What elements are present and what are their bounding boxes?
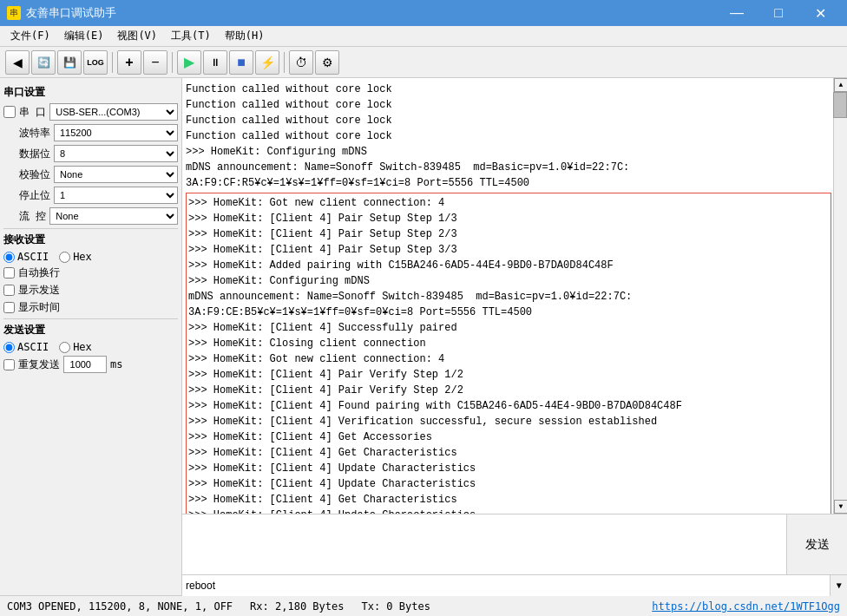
auto-newline-row: 自动换行	[3, 265, 178, 280]
console-line: >>> HomeKit: Added pairing with C15BA246…	[188, 258, 829, 273]
status-link[interactable]: https://blog.csdn.net/1WTF1Ogg	[652, 600, 840, 613]
console-line: >>> HomeKit: [Client 4] Pair Verify Step…	[188, 383, 829, 398]
receive-ascii-radio[interactable]	[3, 252, 15, 263]
menu-edit[interactable]: 编辑(E)	[57, 27, 111, 45]
menu-file[interactable]: 文件(F)	[3, 27, 57, 45]
right-panel: Function called without core lock Functi…	[182, 78, 847, 595]
port-select[interactable]: USB-SER...(COM3)	[49, 103, 178, 121]
toolbar-sep-2	[172, 52, 173, 73]
toolbar-back-btn[interactable]: ◀	[5, 50, 30, 75]
console-line: >>> HomeKit: Got new client connection: …	[188, 195, 829, 211]
show-send-row: 显示发送	[3, 283, 178, 298]
status-tx: Tx: 0 Bytes	[361, 600, 430, 613]
status-rx: Rx: 2,180 Bytes	[250, 600, 344, 613]
console-line: >>> HomeKit: Configuring mDNS	[188, 273, 829, 289]
console-area[interactable]: Function called without core lock Functi…	[182, 78, 847, 514]
status-bar: COM3 OPENED, 115200, 8, NONE, 1, OFF Rx:…	[0, 595, 847, 616]
send-hex-radio[interactable]	[59, 342, 70, 353]
console-line: >>> HomeKit: [Client 4] Update Character…	[188, 508, 829, 514]
send-ascii-option[interactable]: ASCII	[3, 341, 49, 353]
receive-encoding-row: ASCII Hex	[3, 251, 178, 263]
port-checkbox[interactable]	[3, 106, 16, 118]
window-controls: — □ ✕	[717, 0, 840, 26]
toolbar-timer-btn[interactable]: ⏱	[289, 50, 313, 75]
menu-bar: 文件(F) 编辑(E) 视图(V) 工具(T) 帮助(H)	[0, 26, 847, 47]
toolbar-play-btn[interactable]: ▶	[177, 50, 201, 75]
console-line: >>> HomeKit: [Client 4] Pair Setup Step …	[188, 226, 829, 242]
port-settings-title: 串口设置	[3, 85, 178, 100]
send-hex-option[interactable]: Hex	[59, 341, 92, 353]
receive-hex-option[interactable]: Hex	[59, 251, 92, 263]
toolbar-save-btn[interactable]: 💾	[57, 50, 82, 75]
ms-label: ms	[110, 358, 122, 370]
console-line: Function called without core lock	[186, 113, 831, 128]
repeat-label: 重复发送	[18, 357, 60, 372]
toolbar-pause-btn[interactable]: ⏸	[203, 50, 227, 75]
parity-select[interactable]: None	[54, 166, 178, 183]
app-title: 友善串口调试助手	[26, 5, 717, 21]
console-line: mDNS announcement: Name=Sonoff Switch-83…	[186, 160, 831, 175]
auto-newline-checkbox[interactable]	[3, 267, 15, 279]
show-time-checkbox[interactable]	[3, 302, 15, 313]
stopbits-row: 停止位 1	[3, 187, 178, 204]
show-time-row: 显示时间	[3, 300, 178, 315]
toolbar-settings-btn[interactable]: ⚙	[315, 50, 339, 75]
toolbar-stop-btn[interactable]: ■	[229, 50, 253, 75]
left-panel: 串口设置 串 口 USB-SER...(COM3) 波特率 115200 数据位…	[0, 78, 182, 595]
history-dropdown-arrow[interactable]: ▼	[830, 575, 847, 596]
baud-select[interactable]: 115200	[54, 124, 178, 141]
receive-hex-radio[interactable]	[59, 252, 70, 263]
toolbar-log-btn[interactable]: LOG	[83, 50, 108, 75]
divider-2	[3, 318, 178, 319]
console-line: >>> HomeKit: Configuring mDNS	[186, 144, 831, 160]
send-encoding-row: ASCII Hex	[3, 341, 178, 353]
console-line: >>> HomeKit: [Client 4] Successfully pai…	[188, 320, 829, 336]
repeat-input[interactable]	[63, 356, 107, 373]
console-line: >>> HomeKit: [Client 4] Found pairing wi…	[188, 398, 829, 414]
flow-row: 流 控 None	[3, 207, 178, 225]
menu-tools[interactable]: 工具(T)	[164, 27, 218, 45]
send-textarea[interactable]	[182, 514, 786, 574]
parity-label: 校验位	[19, 167, 50, 182]
history-row: ▼	[182, 574, 847, 595]
receive-ascii-label: ASCII	[17, 251, 49, 263]
toolbar-flash-btn[interactable]: ⚡	[255, 50, 279, 75]
console-highlight-block: >>> HomeKit: Got new client connection: …	[186, 193, 831, 514]
console-line: >>> HomeKit: Got new client connection: …	[188, 351, 829, 367]
parity-row: 校验位 None	[3, 166, 178, 183]
toolbar-minus-btn[interactable]: −	[143, 50, 167, 75]
console-line: >>> HomeKit: [Client 4] Update Character…	[188, 476, 829, 492]
menu-help[interactable]: 帮助(H)	[218, 27, 272, 45]
send-settings-title: 发送设置	[3, 323, 178, 337]
console-line: Function called without core lock	[186, 128, 831, 144]
send-hex-label: Hex	[73, 341, 92, 353]
databits-select[interactable]: 8	[54, 145, 178, 162]
baud-row: 波特率 115200	[3, 124, 178, 141]
databits-row: 数据位 8	[3, 145, 178, 162]
repeat-checkbox[interactable]	[3, 359, 15, 370]
send-button[interactable]: 发送	[786, 514, 847, 574]
show-send-checkbox[interactable]	[3, 285, 15, 296]
send-ascii-radio[interactable]	[3, 342, 15, 353]
stopbits-select[interactable]: 1	[54, 187, 178, 204]
console-line: mDNS announcement: Name=Sonoff Switch-83…	[188, 289, 829, 305]
scrollbar-up-arrow[interactable]: ▲	[834, 78, 847, 92]
flow-select[interactable]: None	[49, 207, 178, 225]
toolbar-sep-3	[284, 52, 285, 73]
toolbar-forward-btn[interactable]: 🔄	[31, 50, 56, 75]
scrollbar-track[interactable]: ▲ ▼	[833, 78, 847, 514]
repeat-row: 重复发送 ms	[3, 356, 178, 373]
console-line: >>> HomeKit: [Client 4] Pair Setup Step …	[188, 242, 829, 258]
history-input[interactable]	[182, 575, 830, 596]
scrollbar-thumb[interactable]	[833, 92, 847, 118]
scrollbar-down-arrow[interactable]: ▼	[834, 500, 847, 514]
close-button[interactable]: ✕	[800, 0, 840, 26]
toolbar: ◀ 🔄 💾 LOG + − ▶ ⏸ ■ ⚡ ⏱ ⚙	[0, 47, 847, 78]
menu-view[interactable]: 视图(V)	[110, 27, 164, 45]
minimize-button[interactable]: —	[717, 0, 757, 26]
toolbar-add-btn[interactable]: +	[117, 50, 141, 75]
receive-ascii-option[interactable]: ASCII	[3, 251, 49, 263]
toolbar-sep-1	[112, 52, 113, 73]
maximize-button[interactable]: □	[758, 0, 798, 26]
auto-newline-label: 自动换行	[18, 265, 60, 280]
